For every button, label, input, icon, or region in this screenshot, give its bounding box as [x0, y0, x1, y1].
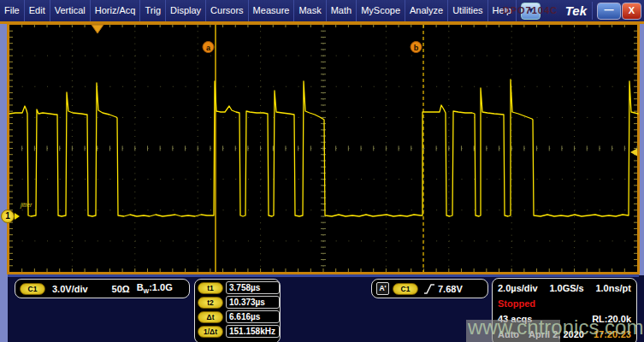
menu-item-horizacq[interactable]: Horiz/Acq	[91, 0, 141, 21]
model-label: DPO7104C	[503, 0, 558, 21]
menu-item-mask[interactable]: Mask	[294, 0, 326, 21]
channel-1-marker[interactable]: 1	[1, 209, 20, 223]
dt-value: 6.616µs	[226, 310, 280, 323]
menu-item-measure[interactable]: Measure	[249, 0, 295, 21]
acq-row-state: Stopped	[493, 298, 636, 310]
menu-item-vertical[interactable]: Vertical	[50, 0, 91, 21]
cursor-row-t1: t1 3.758µs	[195, 280, 280, 295]
channel-bandwidth: BW:1.0G	[137, 282, 173, 294]
menu-bar: FileEditVerticalHoriz/AcqTrigDisplayCurs…	[0, 0, 644, 21]
acq-state: Stopped	[498, 298, 535, 310]
t1-value: 3.758µs	[226, 281, 280, 294]
inv-dt-badge: 1/Δt	[198, 326, 223, 338]
t1-badge: t1	[198, 282, 223, 294]
cursor-row-inv-dt: 1/Δt 151.158kHz	[195, 324, 280, 339]
t2-badge: t2	[198, 297, 223, 309]
trigger-readout-box: A' C1 7.68V	[371, 279, 488, 298]
menu-item-myscope[interactable]: MyScope	[357, 0, 405, 21]
tek-logo: Tek	[565, 0, 587, 21]
menu-item-math[interactable]: Math	[327, 0, 357, 21]
trigger-source-badge: C1	[393, 283, 418, 295]
sample-rate: 1.0GS/s	[549, 283, 583, 294]
channel-termination: 50Ω	[112, 284, 130, 294]
channel-1-badge: 1	[1, 209, 15, 223]
cursor-row-dt: Δt 6.616µs	[195, 310, 280, 324]
rising-edge-icon	[423, 283, 435, 295]
minimize-button[interactable]: —	[597, 3, 621, 20]
oscilloscope-screen: FileEditVerticalHoriz/AcqTrigDisplayCurs…	[0, 0, 644, 342]
resolution: 1.0ns/pt	[595, 283, 631, 294]
channel-scale: 3.0V/div	[52, 284, 88, 294]
menu-item-trig[interactable]: Trig	[140, 0, 166, 21]
jitter-annotation: jitter	[21, 202, 32, 208]
cursor-b-label-text: b	[414, 44, 419, 52]
channel-badge: C1	[20, 283, 45, 295]
menu-item-analyze[interactable]: Analyze	[405, 0, 448, 21]
channel-readout-box: C1 3.0V/div 50Ω BW:1.0G	[15, 279, 190, 298]
menu-item-display[interactable]: Display	[166, 0, 206, 21]
trigger-a-badge: A'	[376, 282, 389, 295]
dt-badge: Δt	[198, 311, 223, 323]
channel-1-arrow-icon	[15, 213, 20, 220]
cursor-readout-box: t1 3.758µs t2 10.373µs Δt 6.616µs 1/Δt 1…	[194, 279, 281, 342]
menu-item-edit[interactable]: Edit	[25, 0, 50, 21]
watermark-text: www.cntronics.com	[468, 315, 643, 339]
menu-item-cursors[interactable]: Cursors	[206, 0, 249, 21]
inv-dt-value: 151.158kHz	[226, 325, 280, 338]
menu-item-utilities[interactable]: Utilities	[448, 0, 487, 21]
menubar-divider	[592, 2, 593, 20]
acq-row-timebase: 2.0µs/div 1.0GS/s 1.0ns/pt	[493, 283, 636, 294]
cursor-row-t2: t2 10.373µs	[195, 295, 280, 310]
t2-value: 10.373µs	[226, 296, 280, 309]
close-button[interactable]: X	[622, 3, 641, 20]
timebase: 2.0µs/div	[498, 283, 538, 294]
menu-item-file[interactable]: File	[0, 0, 25, 21]
trigger-level-value: 7.68V	[438, 284, 463, 294]
